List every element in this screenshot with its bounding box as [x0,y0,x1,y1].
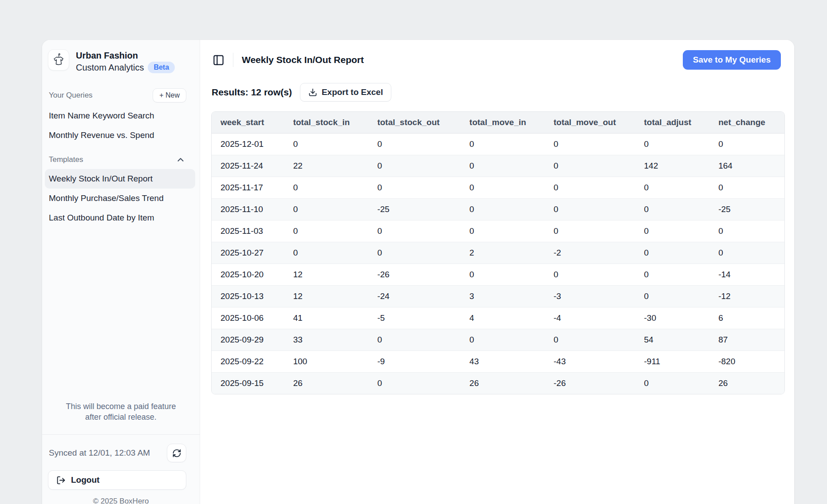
table-cell: 0 [284,134,369,155]
table-cell: 26 [709,373,784,394]
table-cell: 2025-10-06 [212,307,284,329]
table-row: 2025-12-01000000 [212,134,784,155]
table-cell: 0 [461,134,545,155]
table-row: 2025-11-2422000142164 [212,155,784,177]
sidebar-item-template-1[interactable]: Monthly Purchase/Sales Trend [45,189,195,208]
paid-feature-notice: This will become a paid feature after of… [42,402,200,434]
column-header-net_change: net_change [709,112,784,134]
table-cell: 0 [284,242,369,264]
new-query-button[interactable]: + New [153,88,186,102]
table-cell: 0 [545,134,635,155]
table-cell: 2025-09-29 [212,329,284,351]
table-cell: 2025-09-22 [212,351,284,373]
sidebar-item-query-0[interactable]: Item Name Keyword Search [45,106,195,126]
table-cell: 0 [709,220,784,242]
table-cell: 12 [284,264,369,286]
table-cell: -25 [368,199,461,220]
table-cell: 0 [461,177,545,199]
main-header: Weekly Stock In/Out Report Save to My Qu… [200,40,794,70]
table-cell: 26 [284,373,369,394]
column-header-total_move_out: total_move_out [545,112,635,134]
export-to-excel-button[interactable]: Export to Excel [300,83,391,102]
logout-label: Logout [71,475,99,485]
table-cell: 12 [284,286,369,307]
table-cell: 2 [461,242,545,264]
column-header-total_stock_in: total_stock_in [284,112,369,134]
export-to-excel-label: Export to Excel [322,87,383,97]
table-body: 2025-12-010000002025-11-2422000142164202… [212,134,784,394]
results-row: Results: 12 row(s) Export to Excel [200,70,794,102]
table-cell: 0 [635,242,710,264]
save-to-my-queries-button[interactable]: Save to My Queries [683,50,781,70]
table-cell: -26 [545,373,635,394]
refresh-button[interactable] [167,444,186,462]
sidebar: Urban Fashion Custom Analytics Beta Your… [42,40,200,504]
table-cell: 0 [461,155,545,177]
table-cell: 0 [545,264,635,286]
table-cell: -26 [368,264,461,286]
table-cell: 0 [368,242,461,264]
app-card: Urban Fashion Custom Analytics Beta Your… [42,40,794,504]
table-cell: -4 [545,307,635,329]
sidebar-item-template-2[interactable]: Last Outbound Date by Item [45,208,195,228]
brand-block: Urban Fashion Custom Analytics Beta [42,40,200,79]
table-row: 2025-11-03000000 [212,220,784,242]
table-cell: 41 [284,307,369,329]
table-row: 2025-11-100-25000-25 [212,199,784,220]
table-cell: 0 [368,155,461,177]
sidebar-item-template-0[interactable]: Weekly Stock In/Out Report [45,169,195,189]
table-row: 2025-10-27002-200 [212,242,784,264]
table-cell: 0 [709,242,784,264]
sidebar-toggle-button[interactable] [212,53,225,67]
table-cell: 6 [709,307,784,329]
table-cell: 22 [284,155,369,177]
sidebar-spacer [42,228,200,402]
tshirt-icon [51,52,66,67]
table-cell: 87 [709,329,784,351]
table-cell: 0 [545,155,635,177]
your-queries-section-header: Your Queries + New [42,86,200,105]
table-cell: 0 [461,264,545,286]
table-row: 2025-10-0641-54-4-306 [212,307,784,329]
table-cell: -14 [709,264,784,286]
workspace-logo [48,49,69,71]
table-row: 2025-10-2012-26000-14 [212,264,784,286]
table-cell: 0 [709,177,784,199]
table-header-row: week_starttotal_stock_intotal_stock_outt… [212,112,784,134]
table-cell: 3 [461,286,545,307]
table-cell: 0 [635,134,710,155]
main-content: Weekly Stock In/Out Report Save to My Qu… [200,40,794,504]
results-table-container: week_starttotal_stock_intotal_stock_outt… [211,111,785,394]
column-header-total_adjust: total_adjust [635,112,710,134]
templates-label: Templates [49,155,83,164]
table-cell: -5 [368,307,461,329]
synced-row: Synced at 12/01, 12:03 AM [42,435,200,462]
table-cell: 2025-12-01 [212,134,284,155]
templates-collapse-button[interactable] [175,154,186,165]
table-cell: -25 [709,199,784,220]
table-cell: 54 [635,329,710,351]
table-cell: -24 [368,286,461,307]
results-table: week_starttotal_stock_intotal_stock_outt… [212,112,784,394]
table-cell: 4 [461,307,545,329]
table-cell: 0 [461,329,545,351]
table-cell: -820 [709,351,784,373]
download-icon [308,88,317,97]
table-cell: 2025-10-27 [212,242,284,264]
page-title: Weekly Stock In/Out Report [242,55,364,65]
results-count-text: Results: 12 row(s) [212,87,292,98]
table-cell: 2025-11-24 [212,155,284,177]
table-cell: -30 [635,307,710,329]
table-row: 2025-09-29330005487 [212,329,784,351]
table-cell: -3 [545,286,635,307]
table-cell: 0 [368,329,461,351]
table-cell: 0 [368,220,461,242]
table-cell: 2025-11-17 [212,177,284,199]
table-cell: 0 [368,177,461,199]
table-cell: 0 [284,177,369,199]
templates-section-header: Templates [42,151,200,168]
logout-button[interactable]: Logout [48,470,186,490]
table-cell: 0 [461,199,545,220]
table-cell: 33 [284,329,369,351]
sidebar-item-query-1[interactable]: Monthly Revenue vs. Spend [45,126,195,145]
